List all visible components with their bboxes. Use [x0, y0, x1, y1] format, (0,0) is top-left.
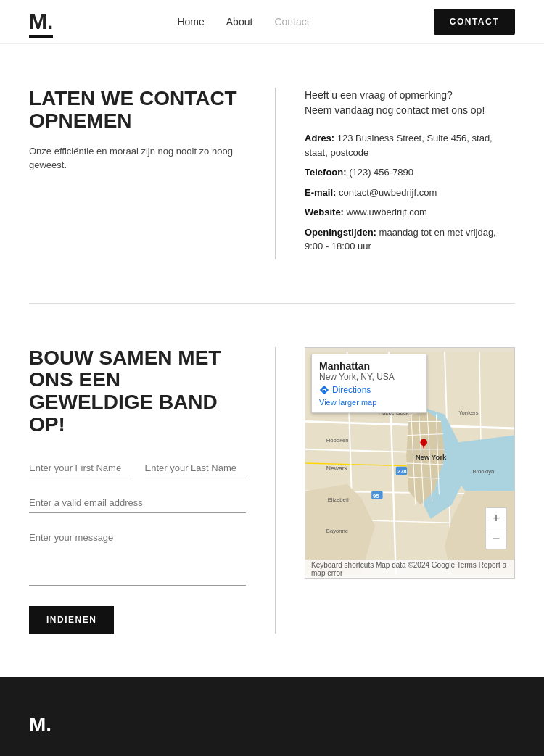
svg-text:Yonkers: Yonkers	[458, 409, 479, 415]
last-name-input[interactable]	[145, 458, 247, 478]
contact-intro: Heeft u een vraag of opmerking? Neem van…	[305, 88, 515, 118]
map-container: New York Newark Hoboken Brooklyn Elizabe…	[305, 347, 515, 579]
map-bottom-bar: Keyboard shortcuts Map data ©2024 Google…	[305, 560, 514, 578]
map-zoom-controls: + −	[485, 507, 507, 549]
svg-text:Elizabeth: Elizabeth	[328, 496, 351, 502]
logo: M.	[29, 11, 53, 33]
form-left: BOUW SAMEN MET ONS EEN GEWELDIGE BAND OP…	[29, 347, 276, 634]
map-info-box: Manhattan New York, NY, USA Directions V…	[311, 354, 427, 413]
contact-heading: LATEN WE CONTACT OPNEMEN	[29, 88, 246, 133]
address-row: Adres: 123 Business Street, Suite 456, s…	[305, 131, 515, 159]
message-textarea[interactable]	[29, 528, 246, 586]
email-row: E-mail: contact@uwbedrijf.com	[305, 186, 515, 200]
contact-info-left: LATEN WE CONTACT OPNEMEN Onze efficiënti…	[29, 88, 276, 259]
message-field-wrapper	[29, 528, 246, 589]
footer: M. ADRES 123 Business Street, Suite 456,…	[0, 677, 544, 756]
contact-info-section: LATEN WE CONTACT OPNEMEN Onze efficiënti…	[0, 44, 544, 303]
form-section: BOUW SAMEN MET ONS EEN GEWELDIGE BAND OP…	[0, 304, 544, 677]
svg-text:95: 95	[373, 493, 379, 499]
nav-contact-link[interactable]: Contact	[274, 16, 309, 28]
directions-icon	[319, 385, 329, 395]
nav-about[interactable]: About	[226, 16, 253, 28]
view-larger-link[interactable]: View larger map	[319, 398, 419, 407]
first-name-input[interactable]	[29, 458, 131, 478]
svg-marker-12	[452, 435, 514, 491]
navbar: M. Home About Contact CONTACT	[0, 0, 544, 44]
svg-text:Hoboken: Hoboken	[326, 437, 349, 444]
map-container-wrapper: New York Newark Hoboken Brooklyn Elizabe…	[276, 347, 515, 634]
contact-info-right: Heeft u een vraag of opmerking? Neem van…	[276, 88, 515, 259]
map-state: New York, NY, USA	[319, 372, 419, 382]
nav-contact-button[interactable]: CONTACT	[434, 9, 515, 35]
svg-text:278: 278	[397, 468, 408, 475]
phone-row: Telefoon: (123) 456-7890	[305, 165, 515, 180]
map-place-name: Manhattan	[319, 360, 419, 372]
last-name-field	[145, 458, 247, 478]
email-input[interactable]	[29, 493, 246, 513]
submit-button[interactable]: INDIENEN	[29, 606, 114, 634]
map-zoom-out[interactable]: −	[486, 528, 506, 549]
svg-text:New York: New York	[416, 453, 447, 461]
first-name-field	[29, 458, 131, 478]
footer-logo: M.	[29, 713, 515, 736]
svg-text:Newark: Newark	[326, 464, 348, 471]
map-attribution: Keyboard shortcuts Map data ©2024 Google…	[311, 561, 508, 577]
website-row: Website: www.uwbedrijf.com	[305, 205, 515, 220]
map-zoom-in[interactable]: +	[486, 508, 506, 528]
name-row	[29, 458, 246, 478]
contact-subtext: Onze efficiëntie en moraal zijn nog nooi…	[29, 144, 246, 173]
svg-text:Bayonne: Bayonne	[326, 528, 348, 534]
email-field-wrapper	[29, 493, 246, 513]
map-directions[interactable]: Directions	[319, 385, 419, 395]
svg-text:Brooklyn: Brooklyn	[472, 468, 494, 475]
form-heading: BOUW SAMEN MET ONS EEN GEWELDIGE BAND OP…	[29, 347, 246, 436]
hours-row: Openingstijden: maandag tot en met vrijd…	[305, 225, 515, 254]
nav-links: Home About Contact	[177, 16, 309, 28]
nav-home[interactable]: Home	[177, 16, 204, 28]
